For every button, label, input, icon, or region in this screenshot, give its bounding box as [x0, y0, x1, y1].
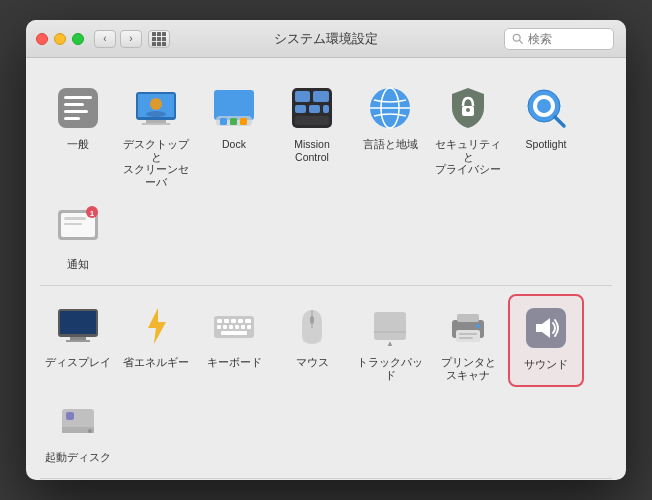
trackpad-icon-wrap: ▲	[364, 300, 416, 352]
traffic-lights	[36, 33, 84, 45]
svg-rect-4	[64, 103, 84, 106]
svg-text:▲: ▲	[386, 339, 394, 348]
svg-rect-3	[64, 96, 92, 99]
svg-point-30	[466, 108, 470, 112]
trackpad-label: トラックパッド	[356, 356, 424, 381]
pref-sound[interactable]: サウンド	[508, 294, 584, 387]
svg-rect-25	[295, 116, 329, 125]
svg-rect-23	[309, 105, 320, 113]
svg-point-12	[146, 111, 166, 117]
svg-rect-17	[230, 118, 237, 125]
svg-point-33	[537, 99, 551, 113]
pref-mission[interactable]: MissionControl	[274, 76, 350, 194]
pref-desktop[interactable]: デスクトップとスクリーンセーバ	[118, 76, 194, 194]
spotlight-icon-wrap	[520, 82, 572, 134]
svg-rect-10	[142, 123, 170, 125]
display-label: ディスプレイ	[45, 356, 111, 369]
svg-rect-67	[459, 337, 473, 339]
sound-icon-wrap	[520, 302, 572, 354]
startup-label: 起動ディスク	[45, 451, 111, 464]
pref-notification[interactable]: 1 通知	[40, 196, 116, 277]
language-icon-wrap	[364, 82, 416, 134]
svg-rect-49	[238, 319, 243, 323]
energy-label: 省エネルギー	[123, 356, 189, 369]
notification-icon-wrap: 1	[52, 202, 104, 254]
svg-rect-21	[313, 91, 329, 102]
svg-rect-9	[146, 120, 166, 123]
close-button[interactable]	[36, 33, 48, 45]
pref-keyboard[interactable]: キーボード	[196, 294, 272, 387]
svg-rect-44	[66, 340, 90, 342]
svg-rect-54	[235, 325, 239, 329]
pref-security[interactable]: セキュリティとプライバシー	[430, 76, 506, 194]
printer-icon-wrap	[442, 300, 494, 352]
pref-startup[interactable]: 起動ディスク	[40, 389, 116, 470]
svg-point-73	[88, 429, 92, 433]
security-label: セキュリティとプライバシー	[434, 138, 502, 176]
svg-rect-37	[64, 217, 86, 220]
svg-point-11	[150, 98, 162, 110]
pref-trackpad[interactable]: ▲ トラックパッド	[352, 294, 428, 387]
pref-general[interactable]: 一般	[40, 76, 116, 194]
keyboard-label: キーボード	[207, 356, 262, 369]
desktop-icon-wrap	[130, 82, 182, 134]
search-input[interactable]	[528, 32, 606, 46]
forward-button[interactable]: ›	[120, 30, 142, 48]
svg-rect-18	[240, 118, 247, 125]
svg-rect-46	[217, 319, 222, 323]
mission-icon-wrap	[286, 82, 338, 134]
search-icon	[512, 33, 524, 45]
pref-energy[interactable]: 省エネルギー	[118, 294, 194, 387]
pref-display[interactable]: ディスプレイ	[40, 294, 116, 387]
pref-dock[interactable]: Dock	[196, 76, 272, 194]
preferences-content: 一般 デスクトップとスクリーンセーバ	[26, 58, 626, 480]
svg-rect-13	[214, 90, 254, 120]
window-title: システム環境設定	[274, 30, 378, 48]
general-label: 一般	[67, 138, 89, 151]
svg-rect-2	[58, 88, 98, 128]
svg-rect-53	[229, 325, 233, 329]
nav-buttons: ‹ ›	[94, 30, 142, 48]
svg-rect-64	[457, 314, 479, 322]
sound-label: サウンド	[524, 358, 568, 371]
svg-rect-52	[223, 325, 227, 329]
pref-language[interactable]: 言語と地域	[352, 76, 428, 194]
system-preferences-window: ‹ › システム環境設定	[26, 20, 626, 480]
svg-rect-66	[459, 333, 477, 335]
grid-view-button[interactable]	[148, 30, 170, 48]
svg-rect-16	[220, 118, 227, 125]
svg-rect-20	[295, 91, 310, 102]
maximize-button[interactable]	[72, 33, 84, 45]
svg-rect-72	[66, 412, 74, 420]
desktop-label: デスクトップとスクリーンセーバ	[122, 138, 190, 188]
section-row3: Ne Op iCloud iCloud @ インターネットアカウント	[40, 479, 612, 480]
svg-line-34	[555, 117, 564, 126]
spotlight-label: Spotlight	[526, 138, 567, 151]
minimize-button[interactable]	[54, 33, 66, 45]
pref-spotlight[interactable]: Spotlight	[508, 76, 584, 194]
search-box[interactable]	[504, 28, 614, 50]
svg-rect-22	[295, 105, 306, 113]
notification-label: 通知	[67, 258, 89, 271]
section-row1: 一般 デスクトップとスクリーンセーバ	[40, 68, 612, 286]
mouse-icon-wrap	[286, 300, 338, 352]
keyboard-icon-wrap	[208, 300, 260, 352]
pref-printer[interactable]: プリンタとスキャナ	[430, 294, 506, 387]
svg-rect-65	[456, 330, 480, 342]
svg-rect-42	[60, 311, 96, 334]
display-icon-wrap	[52, 300, 104, 352]
dock-icon-wrap	[208, 82, 260, 134]
general-icon-wrap	[52, 82, 104, 134]
svg-rect-24	[323, 105, 329, 113]
back-button[interactable]: ‹	[94, 30, 116, 48]
svg-point-59	[310, 316, 314, 324]
svg-rect-57	[221, 331, 247, 335]
pref-mouse[interactable]: マウス	[274, 294, 350, 387]
svg-rect-56	[247, 325, 251, 329]
language-label: 言語と地域	[363, 138, 418, 151]
svg-rect-5	[64, 110, 88, 113]
svg-rect-43	[70, 337, 86, 340]
svg-text:1: 1	[90, 209, 95, 218]
svg-rect-60	[374, 312, 406, 340]
titlebar: ‹ › システム環境設定	[26, 20, 626, 58]
